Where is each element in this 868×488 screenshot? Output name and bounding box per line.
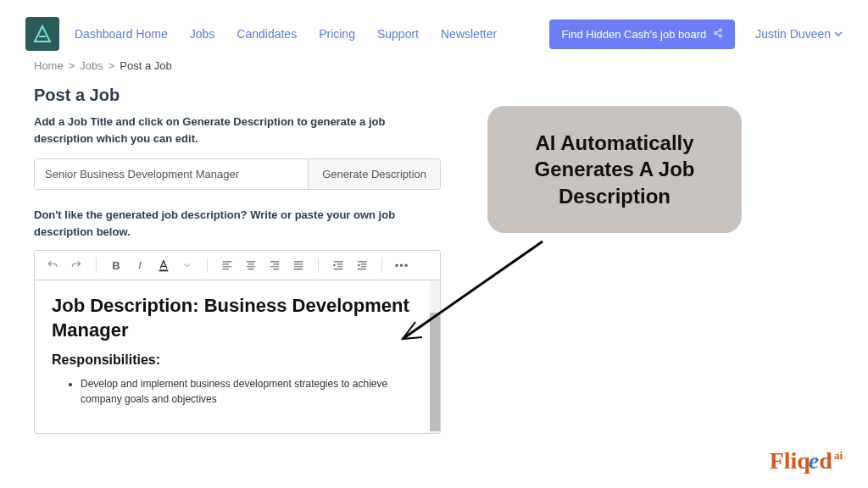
dropdown-icon[interactable]	[180, 258, 195, 273]
job-title-row: Generate Description	[34, 158, 441, 190]
main-nav: Dashboard Home Jobs Candidates Pricing S…	[75, 27, 497, 41]
rich-text-editor: B I ••• Job Descriptio	[34, 250, 441, 434]
editor-bullet: Develop and implement business developme…	[81, 376, 423, 407]
align-left-button[interactable]	[220, 258, 235, 273]
align-justify-button[interactable]	[291, 258, 306, 273]
instruction-text-2: Don't like the generated job description…	[34, 207, 441, 240]
nav-newsletter[interactable]: Newsletter	[441, 27, 497, 41]
page-title: Post a Job	[34, 86, 441, 105]
user-menu[interactable]: Justin Duveen	[755, 27, 843, 41]
breadcrumb-jobs[interactable]: Jobs	[80, 59, 103, 72]
nav-dashboard[interactable]: Dashboard Home	[75, 27, 168, 41]
main-content: Post a Job Add a Job Title and click on …	[0, 72, 475, 447]
indent-button[interactable]	[354, 258, 370, 273]
user-name: Justin Duveen	[755, 27, 831, 41]
align-right-button[interactable]	[267, 258, 282, 273]
editor-subheading: Responsibilities:	[52, 352, 423, 368]
svg-point-1	[715, 31, 717, 34]
text-color-button[interactable]	[156, 258, 171, 273]
nav-support[interactable]: Support	[377, 27, 419, 41]
find-button-label: Find Hidden Cash's job board	[561, 28, 706, 41]
share-icon	[713, 28, 723, 41]
svg-rect-3	[159, 269, 169, 271]
top-bar: Dashboard Home Jobs Candidates Pricing S…	[0, 0, 868, 59]
align-center-button[interactable]	[243, 258, 259, 273]
find-job-board-button[interactable]: Find Hidden Cash's job board	[549, 19, 735, 49]
outdent-button[interactable]	[331, 258, 346, 273]
bold-button[interactable]: B	[108, 258, 124, 273]
app-logo[interactable]	[25, 17, 59, 51]
callout-text: AI Automatically Generates A Job Descrip…	[504, 130, 725, 209]
brand-logo: Fliqedai	[770, 447, 843, 474]
undo-button[interactable]	[45, 258, 60, 273]
breadcrumb-home[interactable]: Home	[34, 59, 64, 72]
editor-scrollbar[interactable]	[430, 280, 440, 433]
generate-description-button[interactable]: Generate Description	[308, 159, 440, 189]
italic-button[interactable]: I	[132, 258, 147, 273]
editor-toolbar: B I •••	[35, 251, 440, 280]
nav-pricing[interactable]: Pricing	[319, 27, 355, 41]
breadcrumb: Home > Jobs > Post a Job	[0, 59, 868, 72]
scroll-thumb[interactable]	[430, 313, 440, 431]
nav-candidates[interactable]: Candidates	[236, 27, 297, 41]
nav-jobs[interactable]: Jobs	[190, 27, 215, 41]
svg-point-2	[720, 35, 722, 37]
annotation-callout: AI Automatically Generates A Job Descrip…	[487, 106, 742, 233]
breadcrumb-current: Post a Job	[120, 59, 171, 72]
editor-heading: Job Description: Business Development Ma…	[52, 294, 423, 342]
job-title-input[interactable]	[35, 159, 308, 189]
more-button[interactable]: •••	[394, 258, 409, 273]
redo-button[interactable]	[69, 258, 84, 273]
svg-point-0	[720, 29, 722, 31]
editor-body[interactable]: Job Description: Business Development Ma…	[35, 280, 440, 433]
chevron-down-icon	[834, 27, 843, 41]
instruction-text: Add a Job Title and click on Generate De…	[34, 114, 441, 147]
